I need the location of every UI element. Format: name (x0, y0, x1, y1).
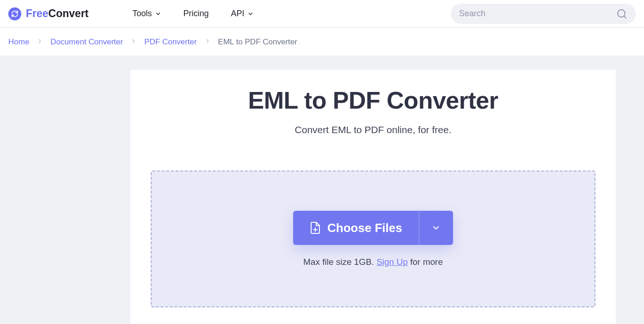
search-icon[interactable] (616, 8, 627, 19)
top-header: FreeConvert Tools Pricing API (0, 0, 644, 28)
signup-link[interactable]: Sign Up (376, 257, 408, 267)
file-plus-icon (310, 221, 321, 234)
main-nav: Tools Pricing API (133, 9, 254, 18)
chevron-right-icon (130, 38, 137, 46)
chevron-down-icon (155, 11, 161, 17)
content-card: EML to PDF Converter Convert EML to PDF … (130, 70, 616, 324)
nav-api[interactable]: API (231, 9, 254, 18)
chevron-right-icon (37, 38, 43, 46)
choose-files-dropdown-button[interactable] (419, 211, 453, 245)
crumb-document-converter[interactable]: Document Converter (50, 37, 123, 47)
crumb-current: EML to PDF Converter (218, 37, 297, 47)
nav-tools-label: Tools (133, 9, 152, 18)
right-sidebar-placeholder (616, 70, 644, 324)
chevron-right-icon (204, 38, 211, 46)
choose-files-button[interactable]: Choose Files (293, 211, 419, 245)
breadcrumb: Home Document Converter PDF Converter EM… (0, 28, 644, 56)
choose-files-button-group: Choose Files (293, 211, 453, 245)
brand-text: FreeConvert (26, 7, 89, 20)
nav-tools[interactable]: Tools (133, 9, 161, 18)
file-dropzone[interactable]: Choose Files Max file size 1GB. Sign Up … (151, 171, 595, 307)
chevron-down-icon (431, 223, 441, 232)
nav-pricing[interactable]: Pricing (184, 9, 209, 18)
chevron-down-icon (247, 11, 254, 17)
svg-line-1 (624, 16, 626, 18)
left-sidebar-placeholder (0, 70, 130, 324)
choose-files-label: Choose Files (327, 221, 402, 235)
crumb-home[interactable]: Home (8, 37, 29, 47)
page-subtitle: Convert EML to PDF online, for free. (151, 124, 595, 135)
search-box[interactable] (451, 4, 636, 24)
crumb-pdf-converter[interactable]: PDF Converter (144, 37, 196, 47)
nav-pricing-label: Pricing (184, 9, 209, 18)
search-input[interactable] (459, 9, 616, 18)
page-area: EML to PDF Converter Convert EML to PDF … (0, 56, 644, 324)
page-title: EML to PDF Converter (151, 86, 595, 114)
max-file-size-text: Max file size 1GB. Sign Up for more (303, 257, 443, 267)
logo-icon (8, 7, 21, 20)
nav-api-label: API (231, 9, 245, 18)
brand-logo[interactable]: FreeConvert (8, 7, 89, 20)
